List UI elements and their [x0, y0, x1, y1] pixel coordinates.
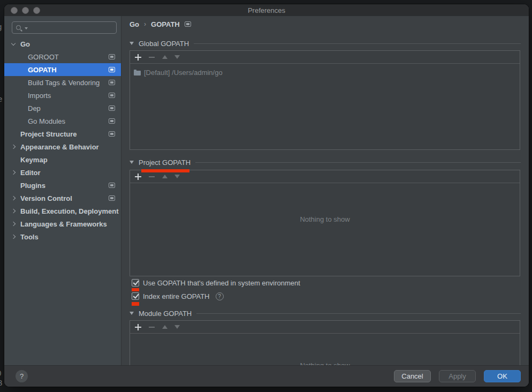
sidebar-item-label: Project Structure [20, 130, 77, 138]
background-text-fragment: e [0, 94, 2, 103]
sidebar-item-editor[interactable]: Editor [4, 166, 121, 179]
checkbox-checked-icon[interactable] [132, 292, 139, 300]
sidebar-item-dep[interactable]: Dep [4, 102, 121, 115]
move-up-icon[interactable] [162, 325, 168, 329]
checkbox-label: Index entire GOPATH [143, 292, 210, 300]
window-title: Preferences [4, 6, 529, 14]
screen-icon [109, 80, 115, 85]
settings-search-input[interactable] [12, 21, 117, 34]
section-title: Global GOPATH [139, 40, 189, 48]
sidebar-item-label: Version Control [20, 194, 72, 202]
sidebar-item-label: Keymap [20, 156, 48, 164]
annotation-red-bar [141, 169, 189, 172]
sidebar-item-languages-frameworks[interactable]: Languages & Frameworks [4, 217, 121, 230]
sidebar-item-label: Dep [28, 104, 41, 112]
chevron-right-icon[interactable] [11, 196, 16, 200]
global-gopath-panel: [Default] /Users/admin/go [130, 50, 520, 150]
background-text-fragment: 0 [0, 368, 1, 378]
section-header-global-gopath: Global GOPATH [130, 39, 521, 48]
search-history-arrow-icon[interactable] [25, 27, 28, 29]
ok-button[interactable]: OK [484, 370, 521, 382]
chevron-right-icon[interactable] [11, 235, 16, 239]
sidebar-item-keymap[interactable]: Keymap [4, 153, 121, 166]
empty-list-text: Nothing to show [130, 361, 520, 365]
sidebar-item-label: Build Tags & Vendoring [28, 79, 100, 87]
collapse-triangle-icon[interactable] [130, 312, 134, 315]
sidebar-item-build-execution-deployment[interactable]: Build, Execution, Deployment [4, 205, 121, 217]
sidebar-item-go[interactable]: Go [4, 37, 121, 50]
sidebar-item-tools[interactable]: Tools [4, 230, 121, 243]
collapse-triangle-icon[interactable] [130, 161, 134, 164]
sidebar-item-label: Tools [20, 233, 39, 241]
annotation-red-mark [132, 302, 139, 306]
sidebar-item-appearance-behavior[interactable]: Appearance & Behavior [4, 140, 121, 153]
checkbox-use-system-gopath[interactable]: Use GOPATH that's defined in system envi… [132, 278, 300, 287]
screen-icon [185, 21, 191, 27]
move-down-icon[interactable] [174, 175, 180, 178]
settings-content: Go › GOPATH Global GOPATH [Default] /Use… [121, 16, 529, 365]
section-title: Module GOPATH [139, 310, 192, 318]
help-question-icon[interactable]: ? [216, 292, 224, 300]
move-up-icon[interactable] [162, 175, 168, 178]
dialog-footer: ? Cancel Apply OK [4, 365, 529, 387]
chevron-right-icon[interactable] [11, 222, 16, 226]
sidebar-item-label: Go [20, 40, 30, 48]
sidebar-item-plugins[interactable]: Plugins [4, 179, 121, 192]
gopath-list-item[interactable]: [Default] /Users/admin/go [130, 67, 520, 78]
cancel-button[interactable]: Cancel [394, 370, 431, 382]
search-icon [16, 25, 21, 30]
sidebar-item-gopath[interactable]: GOPATH [4, 63, 121, 76]
breadcrumb-gopath[interactable]: GOPATH [151, 20, 180, 28]
screen-icon [109, 131, 115, 137]
sidebar-item-imports[interactable]: Imports [4, 89, 121, 102]
apply-button[interactable]: Apply [439, 370, 476, 382]
breadcrumb-go[interactable]: Go [130, 20, 139, 28]
screen-icon [109, 105, 115, 111]
move-up-icon[interactable] [162, 55, 168, 59]
module-gopath-panel: Nothing to show [130, 320, 520, 365]
sidebar-item-version-control[interactable]: Version Control [4, 192, 121, 205]
move-down-icon[interactable] [174, 55, 180, 59]
settings-sidebar: Go GOROOT GOPATH Build Tags & Vendoring … [4, 16, 121, 365]
chevron-right-icon[interactable] [11, 145, 16, 149]
section-header-module-gopath: Module GOPATH [130, 309, 521, 318]
screen-icon [109, 67, 115, 72]
add-icon[interactable] [135, 324, 141, 330]
global-gopath-toolbar [130, 51, 520, 64]
remove-icon[interactable] [149, 57, 155, 58]
move-down-icon[interactable] [174, 325, 180, 329]
add-icon[interactable] [135, 174, 141, 180]
checkbox-checked-icon[interactable] [132, 279, 139, 287]
sidebar-item-go-modules[interactable]: Go Modules [4, 115, 121, 127]
sidebar-item-build-tags-vendoring[interactable]: Build Tags & Vendoring [4, 76, 121, 89]
add-icon[interactable] [135, 54, 141, 61]
remove-icon[interactable] [149, 327, 155, 328]
screen-icon [109, 195, 115, 201]
sidebar-item-label: Plugins [20, 182, 45, 190]
screen-icon [109, 54, 115, 59]
module-gopath-toolbar [130, 321, 520, 334]
project-gopath-panel: Nothing to show [130, 170, 520, 276]
folder-icon [134, 71, 141, 76]
gopath-list-item-label: [Default] /Users/admin/go [144, 69, 223, 77]
sidebar-item-label: GOROOT [28, 53, 59, 61]
chevron-right-icon[interactable] [11, 209, 16, 213]
sidebar-item-label: Imports [28, 92, 51, 100]
remove-icon[interactable] [149, 176, 155, 177]
sidebar-item-label: Build, Execution, Deployment [20, 207, 118, 215]
checkbox-index-entire-gopath[interactable]: Index entire GOPATH ? [132, 292, 224, 300]
breadcrumb: Go › GOPATH [130, 18, 191, 30]
screen-icon [109, 118, 115, 124]
chevron-right-icon[interactable] [11, 170, 16, 175]
background-text-fragment: 3 [0, 378, 2, 387]
help-button[interactable]: ? [16, 370, 28, 382]
chevron-down-icon[interactable] [11, 41, 16, 46]
sidebar-item-label: Go Modules [28, 117, 65, 125]
collapse-triangle-icon[interactable] [130, 42, 134, 45]
checkbox-label: Use GOPATH that's defined in system envi… [143, 279, 300, 287]
settings-tree: Go GOROOT GOPATH Build Tags & Vendoring … [4, 37, 121, 243]
preferences-window: Preferences Go GOROOT GOPATH [4, 4, 529, 387]
section-header-project-gopath: Project GOPATH [130, 158, 521, 167]
sidebar-item-project-structure[interactable]: Project Structure [4, 127, 121, 140]
sidebar-item-goroot[interactable]: GOROOT [4, 50, 121, 63]
